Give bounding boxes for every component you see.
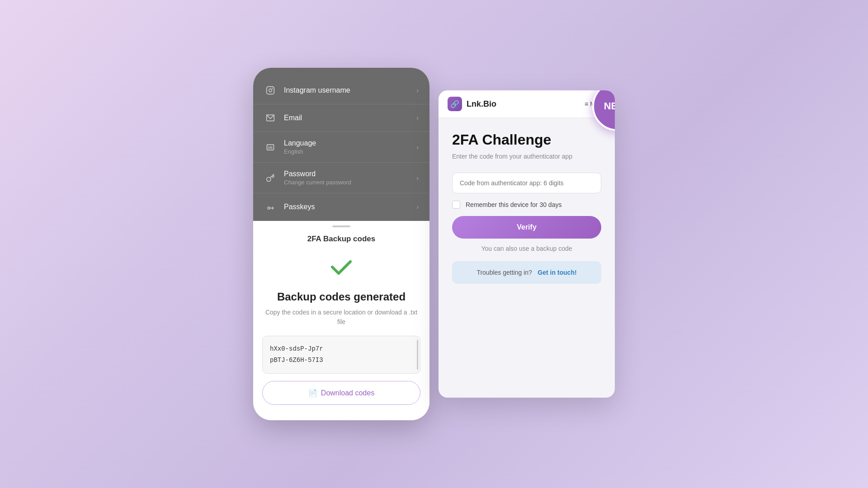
chevron-icon: ›	[416, 174, 419, 182]
settings-item-password[interactable]: Password Change current password ›	[253, 163, 429, 193]
instagram-icon	[264, 84, 277, 97]
chevron-icon: ›	[416, 114, 419, 122]
phone-left: Instagram username › Email ›	[253, 68, 429, 420]
success-check-icon	[328, 253, 355, 283]
passkeys-icon	[264, 201, 277, 213]
codes-box: hXx0-sdsP-Jp7r pBTJ-6Z6H-57I3	[262, 336, 420, 374]
instagram-label: Instagram username	[284, 86, 416, 94]
backup-sheet-title: 2FA Backup codes	[307, 235, 376, 244]
scrollbar	[417, 340, 418, 370]
twofa-subtitle: Enter the code from your authenticator a…	[452, 153, 601, 160]
svg-point-1	[269, 89, 272, 92]
scene: Instagram username › Email ›	[253, 68, 615, 420]
drag-indicator	[332, 225, 350, 227]
backup-codes-sheet: 2FA Backup codes Backup codes generated …	[253, 221, 429, 420]
svg-rect-0	[267, 87, 274, 94]
trouble-banner: Troubles getting in? Get in touch!	[452, 261, 601, 284]
password-icon	[264, 172, 277, 184]
backup-description: Copy the codes in a secure location or d…	[262, 308, 420, 327]
password-label: Password Change current password	[284, 170, 416, 186]
download-label: Download codes	[321, 389, 374, 397]
language-icon: AB	[264, 141, 277, 154]
backup-code-2: pBTJ-6Z6H-57I3	[270, 355, 413, 366]
email-label: Email	[284, 114, 416, 122]
authenticator-code-input[interactable]	[452, 173, 601, 193]
settings-item-passkeys[interactable]: Passkeys ›	[253, 193, 429, 221]
backup-heading: Backup codes generated	[277, 291, 406, 303]
remember-checkbox[interactable]	[452, 201, 460, 209]
settings-item-email[interactable]: Email ›	[253, 104, 429, 132]
chevron-icon: ›	[416, 203, 419, 211]
remember-row: Remember this device for 30 days	[452, 201, 601, 209]
chevron-icon: ›	[416, 144, 419, 151]
remember-label: Remember this device for 30 days	[466, 201, 561, 208]
verify-button[interactable]: Verify	[452, 216, 601, 239]
svg-text:AB: AB	[268, 145, 273, 150]
settings-panel: Instagram username › Email ›	[253, 68, 429, 221]
panel-body: 2FA Challenge Enter the code from your a…	[439, 118, 615, 398]
settings-item-instagram[interactable]: Instagram username ›	[253, 77, 429, 104]
logo-text: Lnk.Bio	[467, 99, 496, 109]
passkeys-label: Passkeys	[284, 203, 416, 211]
language-label: Language English	[284, 139, 416, 155]
settings-item-language[interactable]: AB Language English ›	[253, 132, 429, 163]
download-codes-button[interactable]: 📄 Download codes	[262, 381, 420, 405]
panel-header: 🔗 Lnk.Bio ≡ Menu	[439, 90, 615, 118]
get-in-touch-link[interactable]: Get in touch!	[538, 269, 576, 276]
panel-right: 🔗 Lnk.Bio ≡ Menu 2FA Challenge Enter the…	[439, 90, 615, 398]
svg-point-2	[272, 88, 273, 89]
download-icon: 📄	[308, 389, 317, 397]
backup-code-1: hXx0-sdsP-Jp7r	[270, 343, 413, 355]
backup-code-link[interactable]: You can also use a backup code	[452, 245, 601, 252]
logo-icon: 🔗	[448, 97, 462, 111]
chevron-icon: ›	[416, 87, 419, 94]
twofa-title: 2FA Challenge	[452, 131, 601, 148]
trouble-text: Troubles getting in?	[476, 269, 532, 276]
email-icon	[264, 112, 277, 124]
logo: 🔗 Lnk.Bio	[448, 97, 496, 111]
